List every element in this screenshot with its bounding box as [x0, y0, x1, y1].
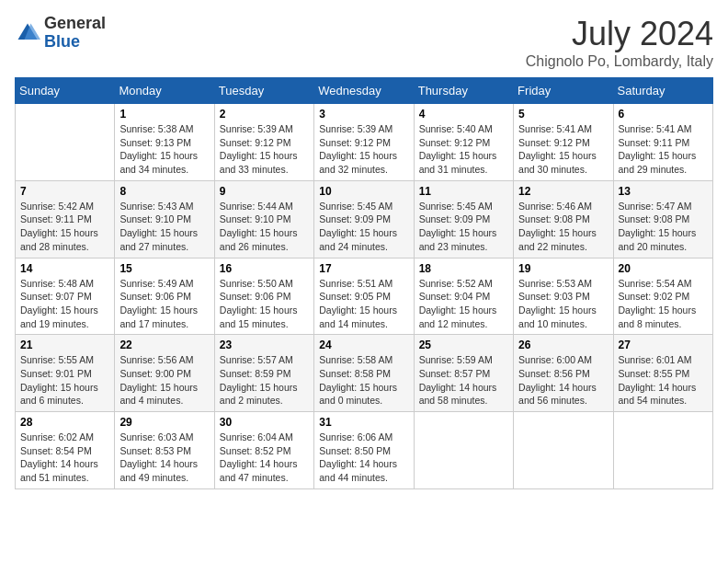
weekday-header-friday: Friday [514, 78, 613, 104]
calendar-cell: 23Sunrise: 5:57 AM Sunset: 8:59 PM Dayli… [214, 335, 313, 412]
day-info: Sunrise: 5:56 AM Sunset: 9:00 PM Dayligh… [119, 353, 209, 408]
calendar-cell: 1Sunrise: 5:38 AM Sunset: 9:13 PM Daylig… [115, 104, 214, 181]
day-number: 19 [518, 262, 608, 275]
day-number: 14 [20, 262, 109, 275]
day-info: Sunrise: 5:39 AM Sunset: 9:12 PM Dayligh… [319, 122, 408, 177]
day-info: Sunrise: 5:43 AM Sunset: 9:10 PM Dayligh… [119, 200, 209, 254]
calendar-week-row: 28Sunrise: 6:02 AM Sunset: 8:54 PM Dayli… [16, 412, 713, 489]
calendar-cell [16, 104, 115, 181]
day-info: Sunrise: 5:46 AM Sunset: 9:08 PM Dayligh… [518, 200, 608, 254]
day-number: 11 [419, 185, 508, 198]
day-number: 15 [119, 262, 209, 275]
day-info: Sunrise: 5:38 AM Sunset: 9:13 PM Dayligh… [119, 122, 209, 177]
day-number: 28 [20, 416, 109, 429]
day-info: Sunrise: 5:47 AM Sunset: 9:08 PM Dayligh… [619, 200, 708, 254]
calendar-cell: 6Sunrise: 5:41 AM Sunset: 9:11 PM Daylig… [613, 104, 712, 181]
calendar-cell: 25Sunrise: 5:59 AM Sunset: 8:57 PM Dayli… [414, 335, 513, 412]
day-info: Sunrise: 5:39 AM Sunset: 9:12 PM Dayligh… [220, 122, 309, 177]
day-info: Sunrise: 5:49 AM Sunset: 9:06 PM Dayligh… [119, 277, 209, 331]
calendar-table: SundayMondayTuesdayWednesdayThursdayFrid… [15, 77, 713, 489]
day-number: 21 [20, 339, 109, 351]
calendar-cell: 28Sunrise: 6:02 AM Sunset: 8:54 PM Dayli… [16, 412, 115, 489]
day-info: Sunrise: 5:58 AM Sunset: 8:58 PM Dayligh… [319, 353, 408, 408]
day-number: 4 [419, 108, 508, 121]
day-number: 17 [319, 262, 408, 275]
calendar-cell: 20Sunrise: 5:54 AM Sunset: 9:02 PM Dayli… [613, 258, 712, 335]
day-info: Sunrise: 5:44 AM Sunset: 9:10 PM Dayligh… [220, 200, 309, 254]
month-title: July 2024 [526, 15, 713, 53]
day-number: 10 [319, 185, 408, 198]
day-number: 5 [518, 108, 608, 121]
calendar-cell: 26Sunrise: 6:00 AM Sunset: 8:56 PM Dayli… [514, 335, 613, 412]
weekday-header-thursday: Thursday [414, 78, 513, 104]
day-number: 26 [518, 339, 608, 351]
day-number: 7 [20, 185, 109, 198]
day-number: 6 [619, 108, 708, 121]
day-number: 27 [619, 339, 708, 351]
day-number: 3 [319, 108, 408, 121]
calendar-cell [613, 412, 712, 489]
calendar-header: SundayMondayTuesdayWednesdayThursdayFrid… [16, 78, 713, 104]
title-section: July 2024 Chignolo Po, Lombardy, Italy [526, 15, 713, 70]
day-number: 13 [619, 185, 708, 198]
day-number: 20 [619, 262, 708, 275]
day-number: 29 [119, 416, 209, 429]
calendar-cell: 21Sunrise: 5:55 AM Sunset: 9:01 PM Dayli… [16, 335, 115, 412]
day-info: Sunrise: 6:00 AM Sunset: 8:56 PM Dayligh… [518, 353, 608, 408]
weekday-header-tuesday: Tuesday [214, 78, 313, 104]
calendar-cell: 5Sunrise: 5:41 AM Sunset: 9:12 PM Daylig… [514, 104, 613, 181]
day-number: 30 [220, 416, 309, 429]
weekday-header-monday: Monday [115, 78, 214, 104]
day-number: 23 [220, 339, 309, 351]
day-info: Sunrise: 5:53 AM Sunset: 9:03 PM Dayligh… [518, 277, 608, 331]
calendar-cell: 9Sunrise: 5:44 AM Sunset: 9:10 PM Daylig… [214, 180, 313, 258]
day-number: 31 [319, 416, 408, 429]
calendar-cell: 29Sunrise: 6:03 AM Sunset: 8:53 PM Dayli… [115, 412, 214, 489]
calendar-cell: 30Sunrise: 6:04 AM Sunset: 8:52 PM Dayli… [214, 412, 313, 489]
day-info: Sunrise: 5:51 AM Sunset: 9:05 PM Dayligh… [319, 277, 408, 331]
day-number: 8 [119, 185, 209, 198]
day-info: Sunrise: 5:54 AM Sunset: 9:02 PM Dayligh… [619, 277, 708, 331]
day-info: Sunrise: 5:45 AM Sunset: 9:09 PM Dayligh… [319, 200, 408, 254]
calendar-cell: 15Sunrise: 5:49 AM Sunset: 9:06 PM Dayli… [115, 258, 214, 335]
day-info: Sunrise: 5:59 AM Sunset: 8:57 PM Dayligh… [419, 353, 508, 408]
day-number: 25 [419, 339, 508, 351]
calendar-cell: 14Sunrise: 5:48 AM Sunset: 9:07 PM Dayli… [16, 258, 115, 335]
calendar-cell: 19Sunrise: 5:53 AM Sunset: 9:03 PM Dayli… [514, 258, 613, 335]
day-info: Sunrise: 5:48 AM Sunset: 9:07 PM Dayligh… [20, 277, 109, 331]
day-info: Sunrise: 6:01 AM Sunset: 8:55 PM Dayligh… [619, 353, 708, 408]
day-info: Sunrise: 5:50 AM Sunset: 9:06 PM Dayligh… [220, 277, 309, 331]
calendar-body: 1Sunrise: 5:38 AM Sunset: 9:13 PM Daylig… [16, 104, 713, 489]
calendar-cell: 17Sunrise: 5:51 AM Sunset: 9:05 PM Dayli… [314, 258, 414, 335]
calendar-cell: 4Sunrise: 5:40 AM Sunset: 9:12 PM Daylig… [414, 104, 513, 181]
day-info: Sunrise: 5:40 AM Sunset: 9:12 PM Dayligh… [419, 122, 508, 177]
calendar-cell [414, 412, 513, 489]
weekday-header-saturday: Saturday [613, 78, 712, 104]
day-info: Sunrise: 5:55 AM Sunset: 9:01 PM Dayligh… [20, 353, 109, 408]
calendar-week-row: 14Sunrise: 5:48 AM Sunset: 9:07 PM Dayli… [16, 258, 713, 335]
day-number: 16 [220, 262, 309, 275]
location-text: Chignolo Po, Lombardy, Italy [526, 53, 713, 70]
day-number: 1 [119, 108, 209, 121]
day-info: Sunrise: 5:45 AM Sunset: 9:09 PM Dayligh… [419, 200, 508, 254]
day-number: 24 [319, 339, 408, 351]
calendar-week-row: 1Sunrise: 5:38 AM Sunset: 9:13 PM Daylig… [16, 104, 713, 181]
day-info: Sunrise: 5:42 AM Sunset: 9:11 PM Dayligh… [20, 200, 109, 254]
day-info: Sunrise: 5:57 AM Sunset: 8:59 PM Dayligh… [220, 353, 309, 408]
day-info: Sunrise: 6:03 AM Sunset: 8:53 PM Dayligh… [119, 431, 209, 485]
day-info: Sunrise: 5:41 AM Sunset: 9:11 PM Dayligh… [619, 122, 708, 177]
calendar-cell: 3Sunrise: 5:39 AM Sunset: 9:12 PM Daylig… [314, 104, 414, 181]
calendar-cell: 7Sunrise: 5:42 AM Sunset: 9:11 PM Daylig… [16, 180, 115, 258]
calendar-cell: 2Sunrise: 5:39 AM Sunset: 9:12 PM Daylig… [214, 104, 313, 181]
day-number: 22 [119, 339, 209, 351]
weekday-header-wednesday: Wednesday [314, 78, 414, 104]
day-info: Sunrise: 6:02 AM Sunset: 8:54 PM Dayligh… [20, 431, 109, 485]
logo: General Blue [15, 15, 106, 52]
day-number: 9 [220, 185, 309, 198]
calendar-cell: 16Sunrise: 5:50 AM Sunset: 9:06 PM Dayli… [214, 258, 313, 335]
calendar-cell: 27Sunrise: 6:01 AM Sunset: 8:55 PM Dayli… [613, 335, 712, 412]
calendar-week-row: 21Sunrise: 5:55 AM Sunset: 9:01 PM Dayli… [16, 335, 713, 412]
weekday-header-sunday: Sunday [16, 78, 115, 104]
calendar-cell: 18Sunrise: 5:52 AM Sunset: 9:04 PM Dayli… [414, 258, 513, 335]
weekday-header-row: SundayMondayTuesdayWednesdayThursdayFrid… [16, 78, 713, 104]
